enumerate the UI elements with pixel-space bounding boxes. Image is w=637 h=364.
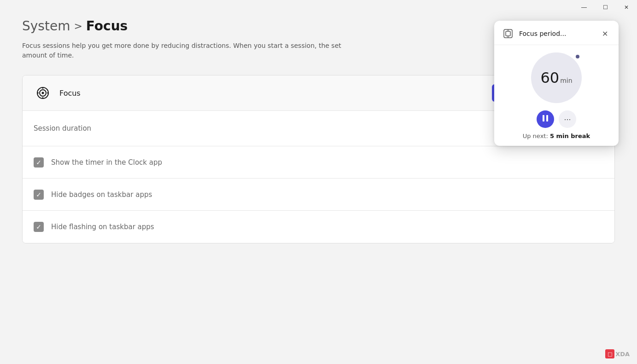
maximize-button[interactable]: ☐ xyxy=(595,0,616,15)
popup-up-next: Up next: 5 min break xyxy=(523,133,590,139)
hide-badges-row: ✓ Hide badges on taskbar apps xyxy=(23,179,614,211)
breadcrumb-separator: > xyxy=(74,20,82,32)
popup-close-button[interactable]: ✕ xyxy=(598,27,611,40)
svg-rect-8 xyxy=(506,31,510,36)
timer-circle: 60 min xyxy=(531,52,582,103)
timer-unit: min xyxy=(560,77,572,84)
hide-flashing-row: ✓ Hide flashing on taskbar apps xyxy=(23,211,614,243)
svg-rect-11 xyxy=(543,115,544,121)
minimize-button[interactable]: — xyxy=(573,0,595,15)
focus-period-popup: Focus period... ✕ 60 min ··· xyxy=(494,21,619,146)
popup-title: Focus period... xyxy=(519,30,598,37)
breadcrumb-system[interactable]: System xyxy=(22,18,70,34)
svg-rect-12 xyxy=(546,115,548,121)
popup-more-button[interactable]: ··· xyxy=(559,110,576,128)
show-timer-label: Show the timer in the Clock app xyxy=(51,158,162,167)
checkmark-icon: ✓ xyxy=(36,223,41,231)
up-next-label: Up next: xyxy=(523,133,548,139)
timer-number: 60 xyxy=(540,69,559,87)
focus-icon-wrap xyxy=(34,84,52,102)
title-bar: — ☐ ✕ xyxy=(573,0,637,15)
page-description: Focus sessions help you get more done by… xyxy=(22,41,368,60)
close-button[interactable]: ✕ xyxy=(616,0,637,15)
checkmark-icon: ✓ xyxy=(36,159,41,166)
timer-display: 60 min xyxy=(540,69,572,87)
popup-body: 60 min ··· Up next: 5 min break xyxy=(494,45,619,146)
show-timer-checkbox[interactable]: ✓ xyxy=(34,157,44,168)
watermark-icon: □ xyxy=(605,349,614,358)
checkmark-icon: ✓ xyxy=(36,191,41,198)
session-duration-label: Session duration xyxy=(34,124,91,133)
svg-point-2 xyxy=(42,92,44,94)
pause-icon xyxy=(542,115,549,124)
hide-badges-label: Hide badges on taskbar apps xyxy=(51,191,152,199)
hide-flashing-checkbox[interactable]: ✓ xyxy=(34,222,44,232)
hide-flashing-label: Hide flashing on taskbar apps xyxy=(51,223,154,231)
show-timer-row: ✓ Show the timer in the Clock app xyxy=(23,146,614,179)
focus-header-label: Focus xyxy=(59,89,492,98)
popup-focus-icon xyxy=(502,27,514,40)
up-next-value: 5 min break xyxy=(550,133,590,139)
watermark: □ XDA xyxy=(605,349,630,358)
watermark-text: XDA xyxy=(615,351,630,358)
popup-controls: ··· xyxy=(537,110,576,128)
popup-pause-button[interactable] xyxy=(537,110,554,128)
hide-badges-checkbox[interactable]: ✓ xyxy=(34,190,44,200)
focus-clock-icon xyxy=(36,86,50,100)
popup-header: Focus period... ✕ xyxy=(494,21,619,45)
breadcrumb-focus: Focus xyxy=(86,18,128,34)
more-icon: ··· xyxy=(564,115,571,124)
